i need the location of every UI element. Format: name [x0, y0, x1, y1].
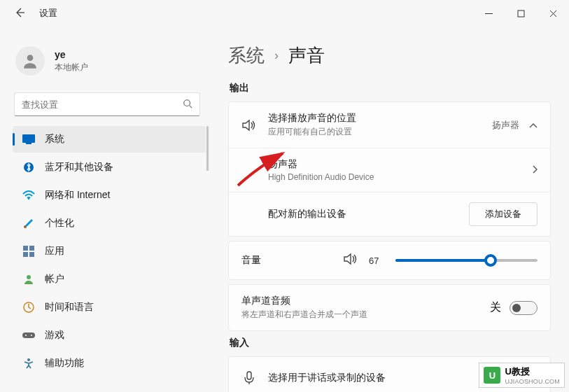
svg-rect-3 [22, 134, 35, 143]
watermark-logo: U [484, 367, 500, 384]
chevron-up-icon [529, 120, 538, 131]
nav-label: 系统 [45, 133, 64, 146]
breadcrumb-parent[interactable]: 系统 [228, 43, 265, 68]
svg-rect-18 [247, 372, 251, 379]
watermark: U U教授 UJIAOSHOU.COM [479, 363, 565, 388]
nav-label: 蓝牙和其他设备 [45, 161, 113, 174]
window-title: 设置 [39, 7, 57, 20]
volume-slider[interactable] [395, 259, 538, 262]
clock-globe-icon [22, 301, 35, 314]
system-icon [22, 133, 35, 146]
svg-point-6 [28, 198, 29, 200]
speaker-device-row[interactable]: 扬声器 High Definition Audio Device [229, 148, 550, 192]
maximize-button[interactable] [505, 2, 537, 24]
nav-bluetooth[interactable]: 蓝牙和其他设备 [13, 154, 206, 181]
svg-point-1 [27, 55, 34, 61]
user-sub: 本地帐户 [55, 62, 88, 74]
chevron-right-icon: › [274, 48, 279, 63]
pair-output-row: 配对新的输出设备 添加设备 [229, 192, 550, 236]
person-icon [21, 52, 39, 70]
row-title: 选择播放声音的位置 [268, 112, 481, 125]
nav-apps[interactable]: 应用 [13, 238, 206, 265]
svg-rect-11 [29, 252, 34, 257]
nav: 系统 蓝牙和其他设备 网络和 Internet 个性化 应用 [13, 126, 206, 377]
svg-rect-0 [518, 10, 524, 17]
nav-gaming[interactable]: 游戏 [13, 322, 206, 349]
nav-system[interactable]: 系统 [13, 126, 206, 153]
svg-rect-4 [26, 143, 31, 144]
nav-label: 应用 [45, 245, 64, 258]
row-title: 扬声器 [268, 158, 521, 171]
nav-time-language[interactable]: 时间和语言 [13, 294, 206, 321]
profile[interactable]: ye 本地帐户 [13, 41, 206, 90]
arrow-left-icon [14, 7, 25, 18]
brush-icon [22, 217, 35, 230]
nav-label: 辅助功能 [45, 357, 84, 370]
person-icon [22, 273, 35, 286]
minimize-button[interactable] [472, 2, 505, 24]
avatar [15, 46, 45, 76]
nav-personalization[interactable]: 个性化 [13, 210, 206, 237]
nav-label: 个性化 [45, 217, 74, 230]
row-title: 单声道音频 [241, 295, 479, 307]
mono-toggle[interactable] [510, 301, 538, 315]
watermark-brand: U教授 [505, 365, 560, 378]
scrollbar[interactable] [206, 126, 209, 171]
close-button[interactable] [537, 2, 569, 24]
microphone-icon [241, 371, 257, 385]
nav-label: 时间和语言 [45, 301, 94, 314]
speaker-icon [241, 119, 257, 132]
bluetooth-icon [22, 161, 35, 174]
volume-label: 音量 [241, 254, 332, 267]
mono-audio-row[interactable]: 单声道音频 将左声道和右声道合并成一个声道 关 [229, 285, 550, 330]
nav-accounts[interactable]: 帐户 [13, 266, 206, 293]
row-sub: 将左声道和右声道合并成一个声道 [241, 309, 479, 321]
nav-accessibility[interactable]: 辅助功能 [13, 350, 206, 377]
svg-rect-10 [23, 252, 28, 257]
row-title: 配对新的输出设备 [268, 208, 458, 220]
output-devices-card: 选择播放声音的位置 应用可能有自己的设置 扬声器 扬声器 High Defini… [228, 102, 551, 237]
volume-value: 67 [369, 255, 384, 266]
slider-thumb[interactable] [484, 254, 497, 267]
svg-point-15 [25, 335, 27, 336]
nav-label: 游戏 [45, 329, 64, 342]
svg-rect-9 [29, 246, 34, 251]
breadcrumb: 系统 › 声音 [228, 43, 551, 68]
input-section-title: 输入 [230, 337, 551, 349]
main-content: 系统 › 声音 输出 选择播放声音的位置 应用可能有自己的设置 扬声器 [210, 27, 569, 392]
svg-point-17 [27, 358, 30, 361]
wifi-icon [22, 189, 35, 202]
search-box[interactable] [14, 92, 200, 116]
speaker-icon[interactable] [344, 253, 358, 268]
watermark-url: UJIAOSHOU.COM [505, 378, 560, 385]
svg-point-7 [24, 225, 27, 228]
output-section-title: 输出 [230, 82, 551, 94]
nav-label: 帐户 [45, 273, 64, 286]
row-sub: 应用可能有自己的设置 [268, 126, 481, 138]
choose-output-row[interactable]: 选择播放声音的位置 应用可能有自己的设置 扬声器 [229, 102, 550, 148]
back-button[interactable] [14, 7, 25, 20]
titlebar: 设置 [0, 0, 569, 27]
sidebar: ye 本地帐户 系统 蓝牙和其他设备 [0, 27, 210, 392]
svg-rect-8 [23, 246, 28, 251]
mono-audio-card: 单声道音频 将左声道和右声道合并成一个声道 关 [228, 284, 551, 331]
gamepad-icon [22, 329, 35, 342]
breadcrumb-current: 声音 [288, 43, 325, 68]
svg-point-12 [27, 275, 31, 279]
accessibility-icon [22, 357, 35, 370]
toggle-state: 关 [490, 300, 501, 315]
chevron-right-icon [532, 164, 538, 176]
svg-point-2 [184, 99, 190, 106]
svg-rect-14 [22, 332, 35, 338]
selected-output-value: 扬声器 [492, 119, 519, 132]
search-icon [183, 99, 192, 111]
volume-card: 音量 67 [228, 241, 551, 280]
apps-icon [22, 245, 35, 258]
nav-network[interactable]: 网络和 Internet [13, 182, 206, 209]
svg-point-16 [31, 335, 32, 336]
search-input[interactable] [22, 99, 183, 110]
row-sub: High Definition Audio Device [268, 172, 521, 182]
nav-label: 网络和 Internet [45, 189, 110, 202]
add-device-button[interactable]: 添加设备 [469, 202, 538, 226]
user-name: ye [55, 49, 88, 60]
